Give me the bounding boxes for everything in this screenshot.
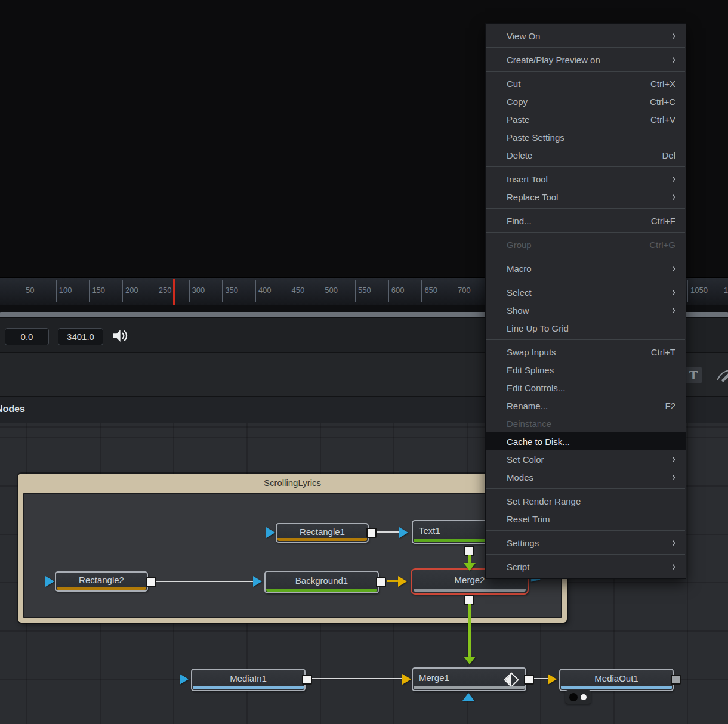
ruler-tick-label: 650 xyxy=(424,286,437,295)
output-port-merge1[interactable] xyxy=(524,675,534,685)
output-port-rectangle2[interactable] xyxy=(146,577,156,587)
mask-input-merge1[interactable] xyxy=(462,693,474,701)
menu-item-paste-settings[interactable]: Paste Settings xyxy=(486,128,686,146)
node-mediaout1[interactable]: MediaOut1 xyxy=(559,669,674,691)
node-rectangle1[interactable]: Rectangle1 xyxy=(276,523,369,543)
viewer-dots-indicator[interactable] xyxy=(565,690,591,704)
chevron-right-icon: › xyxy=(672,172,675,185)
bg-input-merge2[interactable] xyxy=(398,576,407,587)
fg-arrow-merge1[interactable] xyxy=(464,657,476,664)
menu-item-edit-splines[interactable]: Edit Splines xyxy=(486,361,686,379)
menu-item-label: Set Render Range xyxy=(507,496,581,506)
wire-merge2-merge1[interactable] xyxy=(468,604,471,658)
menu-item-set-render-range[interactable]: Set Render Range xyxy=(486,492,686,510)
range-end-field[interactable] xyxy=(58,328,103,345)
ruler-tick-label: 350 xyxy=(225,286,238,295)
menu-separator xyxy=(486,253,686,259)
text-tool-button[interactable]: T xyxy=(685,367,702,383)
chevron-right-icon: › xyxy=(672,53,675,66)
fg-arrow-merge2[interactable] xyxy=(464,563,476,571)
node-color-stripe xyxy=(57,587,146,590)
node-color-stripe xyxy=(414,589,526,592)
group-title: ScrollingLyrics xyxy=(18,478,567,488)
menu-item-replace-tool[interactable]: Replace Tool› xyxy=(486,188,686,206)
menu-item-label: View On xyxy=(507,31,540,41)
menu-item-shortcut: Ctrl+F xyxy=(651,216,675,226)
chevron-right-icon: › xyxy=(672,471,675,483)
group-scrollinglyrics[interactable]: ScrollingLyrics xyxy=(18,474,567,623)
menu-item-view-on[interactable]: View On› xyxy=(486,27,686,45)
wire-rectangle2-background1[interactable] xyxy=(155,581,255,582)
range-start-field[interactable] xyxy=(5,328,49,345)
menu-item-shortcut: F2 xyxy=(665,401,675,411)
input-port-background1[interactable] xyxy=(253,576,262,587)
apply-mode-diamond-icon[interactable] xyxy=(504,672,519,687)
menu-item-rename[interactable]: Rename...F2 xyxy=(486,397,686,414)
input-port-mediain1[interactable] xyxy=(180,674,189,685)
menu-item-script[interactable]: Script› xyxy=(486,558,686,576)
speaker-icon[interactable] xyxy=(111,327,129,345)
menu-item-set-color[interactable]: Set Color› xyxy=(486,450,686,468)
menu-item-insert-tool[interactable]: Insert Tool› xyxy=(486,170,686,188)
wire-mediain1-merge1[interactable] xyxy=(310,678,403,679)
menu-item-swap-inputs[interactable]: Swap InputsCtrl+T xyxy=(486,343,686,361)
output-port-mediain1[interactable] xyxy=(302,675,312,685)
node-rectangle2[interactable]: Rectangle2 xyxy=(55,571,148,592)
node-background1[interactable]: Background1 xyxy=(264,571,379,593)
menu-item-label: Find... xyxy=(507,216,532,226)
menu-item-reset-trim[interactable]: Reset Trim xyxy=(486,510,686,528)
menu-item-settings[interactable]: Settings› xyxy=(486,534,686,552)
menu-item-cache-to-disk[interactable]: Cache to Disk... xyxy=(486,432,686,450)
output-port-rectangle1[interactable] xyxy=(366,528,377,538)
right-viewer-dot[interactable] xyxy=(581,694,587,700)
input-port-text1[interactable] xyxy=(399,527,408,538)
input-port-rectangle2[interactable] xyxy=(45,576,54,587)
menu-item-modes[interactable]: Modes› xyxy=(486,468,686,486)
menu-separator xyxy=(486,164,686,170)
menu-item-macro[interactable]: Macro› xyxy=(486,259,686,277)
menu-item-label: Cut xyxy=(507,79,520,89)
menu-separator xyxy=(486,45,686,51)
menu-item-label: Modes xyxy=(507,472,533,482)
node-label: Background1 xyxy=(295,576,348,586)
ruler-tick-200: 200 xyxy=(122,280,123,302)
menu-item-label: Paste Settings xyxy=(507,132,564,143)
input-port-mediaout1[interactable] xyxy=(548,674,557,685)
output-port-mediaout1[interactable] xyxy=(671,675,681,685)
ruler-tick-450: 450 xyxy=(289,280,289,302)
menu-item-cut[interactable]: CutCtrl+X xyxy=(486,75,686,92)
node-mediain1[interactable]: MediaIn1 xyxy=(191,669,306,691)
menu-item-delete[interactable]: DeleteDel xyxy=(486,146,686,164)
bg-input-merge1[interactable] xyxy=(402,674,411,685)
menu-item-find[interactable]: Find...Ctrl+F xyxy=(486,212,686,230)
pen-icon[interactable] xyxy=(716,367,728,383)
menu-item-edit-controls[interactable]: Edit Controls... xyxy=(486,379,686,397)
tab-nodes[interactable]: Nodes xyxy=(0,404,25,414)
node-color-stripe xyxy=(561,686,672,689)
node-label: Rectangle1 xyxy=(300,527,345,537)
group-body xyxy=(23,493,562,618)
ruler-tick-650: 650 xyxy=(421,280,422,302)
menu-item-select[interactable]: Select› xyxy=(486,283,686,301)
output-port-background1[interactable] xyxy=(376,577,386,587)
chevron-right-icon: › xyxy=(672,304,675,316)
menu-item-deinstance: Deinstance xyxy=(486,414,686,432)
context-menu: View On›Create/Play Preview on›CutCtrl+X… xyxy=(485,23,686,579)
menu-item-create-play-preview-on[interactable]: Create/Play Preview on› xyxy=(486,51,686,69)
menu-item-show[interactable]: Show› xyxy=(486,301,686,319)
ruler-tick-550: 550 xyxy=(355,280,356,302)
wire-rectangle1-text1[interactable] xyxy=(376,531,401,533)
left-viewer-dot[interactable] xyxy=(569,693,578,701)
ruler-tick-label: 400 xyxy=(258,286,272,295)
menu-item-label: Set Color xyxy=(507,454,544,465)
menu-item-line-up-to-grid[interactable]: Line Up To Grid xyxy=(486,319,686,337)
playhead[interactable] xyxy=(173,279,175,305)
input-port-rectangle1[interactable] xyxy=(266,527,275,538)
menu-item-label: Select xyxy=(507,287,532,298)
menu-item-copy[interactable]: CopyCtrl+C xyxy=(486,92,686,110)
ruler-tick-label: 300 xyxy=(192,286,205,295)
menu-separator xyxy=(486,337,686,343)
menu-item-label: Swap Inputs xyxy=(507,347,556,357)
menu-item-paste[interactable]: PasteCtrl+V xyxy=(486,110,686,128)
node-merge1[interactable]: Merge1 xyxy=(412,667,526,691)
